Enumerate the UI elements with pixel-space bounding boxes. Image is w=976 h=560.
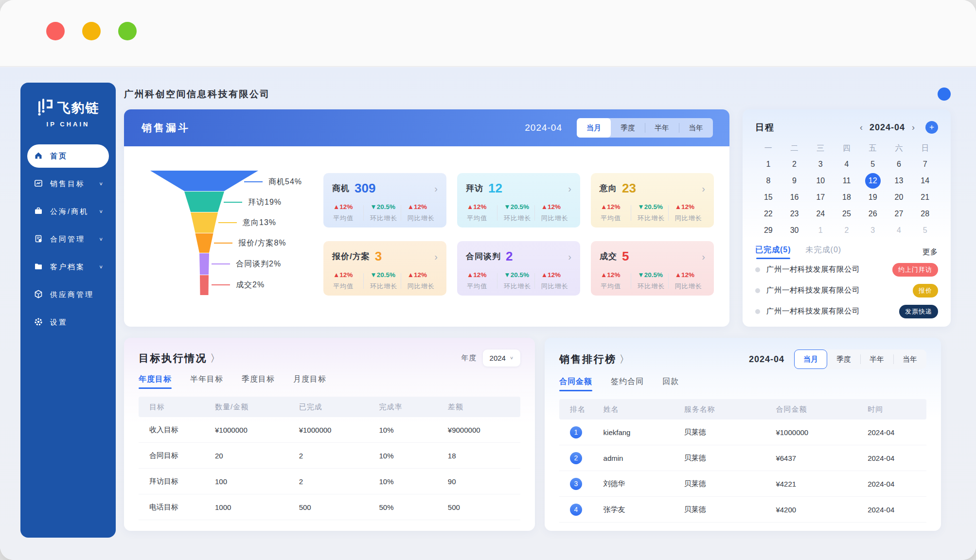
close-window-button[interactable] [46,22,65,40]
table-row[interactable]: 拜访目标 100 2 10% 90 [139,469,520,494]
period-tab[interactable]: 半年 [860,350,893,369]
calendar-day[interactable]: 25 [839,206,854,222]
calendar-day[interactable]: 13 [891,173,906,189]
ranking-period-tabs: 当月季度半年当年 [794,350,926,369]
sidebar-item-suppliers[interactable]: 供应商管理 [27,283,109,306]
chevron-right-icon[interactable]: › [702,252,705,262]
calendar-day[interactable]: 4 [839,157,854,172]
goal-tab[interactable]: 季度目标 [242,374,275,389]
seller-name: kiekfang [603,428,684,437]
calendar-day[interactable]: 1 [761,157,776,172]
add-schedule-button[interactable]: + [925,121,938,134]
calendar-day[interactable]: 15 [761,190,776,205]
todo-item[interactable]: 广州一村科技发展有限公司 发票快递 [755,301,938,322]
calendar-day[interactable]: 17 [813,190,828,205]
calendar-day[interactable]: 14 [917,173,933,189]
zoom-window-button[interactable] [118,22,137,40]
table-row[interactable]: 4 张学友 贝莱德 ¥4200 2024-04 [559,497,926,523]
todo-tab-done[interactable]: 已完成(5) [755,245,791,259]
kpi-card[interactable]: 商机 309 › ▲12% 平均值 ▼20.5% 环比增长 [323,173,446,228]
calendar-day[interactable]: 30 [787,223,802,238]
prev-month-icon[interactable]: ‹ [860,122,863,133]
kpi-card[interactable]: 拜访 12 › ▲12% 平均值 ▼20.5% 环比增长 [457,173,580,228]
ranking-table-body: 1 kiekfang 贝莱德 ¥1000000 2024-04 2 admin … [559,420,926,523]
kpi-stat-yoy: ▲12% 同比增长 [401,271,438,291]
period-tab[interactable]: 季度 [611,118,645,138]
calendar-day[interactable]: 24 [813,206,828,222]
table-row[interactable]: 收入目标 ¥1000000 ¥1000000 10% ¥9000000 [139,417,520,443]
calendar-day[interactable]: 9 [787,173,802,189]
calendar-day[interactable]: 4 [891,223,906,238]
seller-name: 张学友 [603,505,684,514]
chevron-right-icon[interactable]: › [568,252,571,262]
goal-tab[interactable]: 月度目标 [293,374,326,389]
ranking-tab[interactable]: 合同金额 [559,377,592,391]
calendar-day[interactable]: 11 [839,173,854,189]
todo-item[interactable]: 广州一村科技发展有限公司 报价 [755,280,938,301]
table-row[interactable]: 1 kiekfang 贝莱德 ¥1000000 2024-04 [559,420,926,445]
goal-card-title[interactable]: 目标执行情况〉 [139,351,222,365]
period-tab[interactable]: 当年 [679,118,713,138]
chevron-right-icon[interactable]: › [434,184,438,193]
sidebar-item-sales-target[interactable]: 销售目标 ∨ [27,172,109,195]
calendar-day[interactable]: 22 [761,206,776,222]
briefcase-icon [34,206,43,217]
period-tab[interactable]: 当月 [577,118,611,138]
sidebar-item-customers[interactable]: 客户档案 ∨ [27,255,109,279]
calendar-day[interactable]: 5 [917,223,933,238]
ranking-tab[interactable]: 回款 [662,377,679,391]
kpi-card[interactable]: 合同谈判 2 › ▲12% 平均值 ▼20.5% 环比增长 [457,241,580,296]
calendar-day[interactable]: 23 [787,206,802,222]
calendar-day[interactable]: 10 [813,173,828,189]
period-tab[interactable]: 当月 [794,350,827,369]
year-select[interactable]: 2024 ∨ [483,350,520,367]
chevron-right-icon[interactable]: › [702,184,705,193]
period-tab[interactable]: 半年 [645,118,679,138]
ranking-card-title[interactable]: 销售排行榜〉 [559,352,631,366]
chevron-right-icon[interactable]: › [568,184,571,193]
calendar-day[interactable]: 2 [787,157,802,172]
kpi-card[interactable]: 报价/方案 3 › ▲12% 平均值 ▼20.5% 环比增长 [323,241,446,296]
calendar-day[interactable]: 16 [787,190,802,205]
calendar-day[interactable]: 7 [917,157,933,172]
calendar-day[interactable]: 27 [891,206,906,222]
todo-more-link[interactable]: 更多 [923,247,938,257]
calendar-day[interactable]: 2 [839,223,854,238]
calendar-day[interactable]: 29 [761,223,776,238]
calendar-day[interactable]: 3 [813,157,828,172]
sidebar-item-settings[interactable]: 设置 [27,311,109,334]
kpi-card[interactable]: 意向 23 › ▲12% 平均值 ▼20.5% 环比增长 [591,173,714,228]
calendar-day[interactable]: 19 [865,190,881,205]
goal-tab[interactable]: 半年目标 [190,374,223,389]
calendar-day[interactable]: 28 [917,206,933,222]
sidebar-item-opportunities[interactable]: 公海/商机 ∨ [27,200,109,223]
table-row[interactable]: 合同目标 20 2 10% 18 [139,443,520,469]
sidebar-item-contracts[interactable]: 合同管理 ∨ [27,228,109,251]
minimize-window-button[interactable] [82,22,101,40]
period-tab[interactable]: 季度 [827,350,860,369]
calendar-day[interactable]: 26 [865,206,881,222]
calendar-day[interactable]: 12 [865,173,881,189]
chevron-right-icon[interactable]: › [434,252,438,262]
calendar-day[interactable]: 3 [865,223,881,238]
todo-tab-undone[interactable]: 未完成(0) [806,245,842,259]
period-tab[interactable]: 当年 [893,350,926,369]
calendar-day[interactable]: 8 [761,173,776,189]
calendar-day[interactable]: 5 [865,157,881,172]
todo-item[interactable]: 广州一村科技发展有限公司 约上门拜访 [755,259,938,280]
goal-tab[interactable]: 年度目标 [139,374,172,389]
calendar-day[interactable]: 6 [891,157,906,172]
calendar-day[interactable]: 18 [839,190,854,205]
table-row[interactable]: 3 刘德华 贝莱德 ¥4221 2024-04 [559,471,926,497]
calendar-day[interactable]: 21 [917,190,933,205]
service-name: 贝莱德 [684,454,776,463]
next-month-icon[interactable]: › [912,122,915,133]
sidebar-item-home[interactable]: 首页 [27,144,109,168]
calendar-day[interactable]: 1 [813,223,828,238]
calendar-day[interactable]: 20 [891,190,906,205]
ranking-tab[interactable]: 签约合同 [611,377,644,391]
avatar[interactable] [938,88,951,101]
kpi-card[interactable]: 成交 5 › ▲12% 平均值 ▼20.5% 环比增长 [591,241,714,296]
table-row[interactable]: 2 admin 贝莱德 ¥6437 2024-04 [559,445,926,471]
table-row[interactable]: 电话目标 1000 500 50% 500 [139,494,520,520]
